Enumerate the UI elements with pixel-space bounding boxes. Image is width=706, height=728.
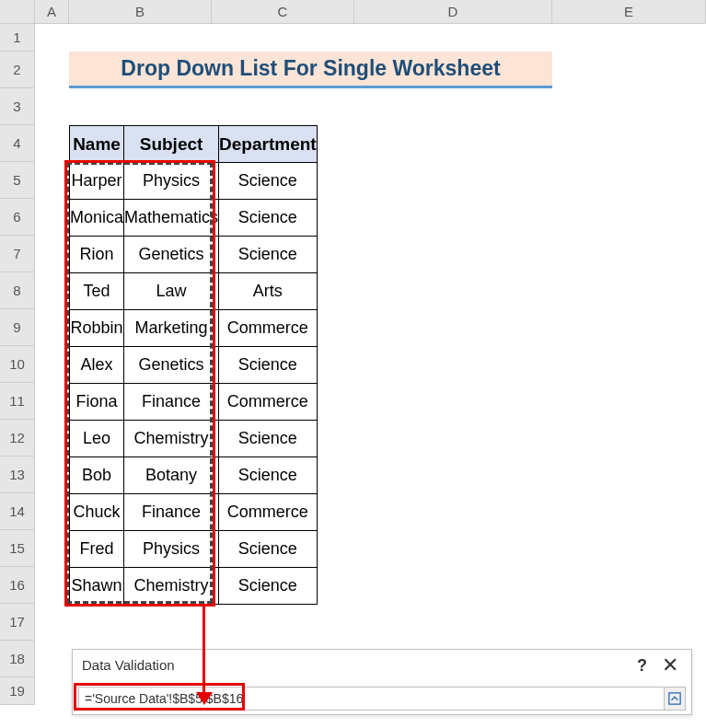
- cell-department[interactable]: Science: [219, 347, 318, 384]
- col-header-D[interactable]: D: [354, 0, 552, 24]
- annotation-arrow-head-icon: [196, 692, 213, 705]
- table-row: HarperPhysicsScience: [70, 163, 318, 200]
- dv-help-button[interactable]: ?: [637, 656, 647, 676]
- table-row: TedLawArts: [70, 273, 318, 310]
- cell-name[interactable]: Fiona: [70, 384, 124, 421]
- dv-source-input[interactable]: ='Source Data'!$B$5:$B$16: [78, 687, 665, 711]
- table-row: ShawnChemistryScience: [70, 568, 318, 605]
- cell-subject[interactable]: Law: [124, 273, 219, 310]
- svg-rect-0: [669, 693, 680, 704]
- row-header-6[interactable]: 6: [0, 199, 35, 236]
- table-row: FredPhysicsScience: [70, 531, 318, 568]
- cell-name[interactable]: Alex: [70, 347, 124, 384]
- table-row: LeoChemistryScience: [70, 421, 318, 457]
- cell-name[interactable]: Harper: [70, 163, 124, 200]
- column-headers: A B C D E: [35, 0, 706, 24]
- data-validation-dialog: Data Validation ? ✕ ='Source Data'!$B$5:…: [72, 649, 692, 715]
- cell-department[interactable]: Commerce: [219, 494, 318, 531]
- row-header-3[interactable]: 3: [0, 88, 35, 125]
- cell-department[interactable]: Science: [219, 531, 318, 568]
- table-row: AlexGeneticsScience: [70, 347, 318, 384]
- cell-name[interactable]: Ted: [70, 273, 124, 310]
- col-header-C[interactable]: C: [212, 0, 354, 24]
- cell-department[interactable]: Commerce: [219, 384, 318, 421]
- row-header-2[interactable]: 2: [0, 52, 35, 88]
- cell-subject[interactable]: Genetics: [124, 237, 219, 273]
- dv-title: Data Validation: [82, 657, 175, 673]
- cell-name[interactable]: Rion: [70, 237, 124, 273]
- row-header-4[interactable]: 4: [0, 125, 35, 162]
- header-name[interactable]: Name: [70, 126, 124, 163]
- row-header-17[interactable]: 17: [0, 604, 35, 641]
- table-row: RobbinMarketingCommerce: [70, 310, 318, 347]
- row-header-18[interactable]: 18: [0, 641, 35, 677]
- cell-subject[interactable]: Physics: [124, 531, 219, 568]
- cell-name[interactable]: Monica: [70, 200, 124, 237]
- cell-subject[interactable]: Physics: [124, 163, 219, 200]
- table-row: ChuckFinanceCommerce: [70, 494, 318, 531]
- row-header-13[interactable]: 13: [0, 456, 35, 493]
- cell-department[interactable]: Science: [219, 163, 318, 200]
- row-header-8[interactable]: 8: [0, 272, 35, 309]
- data-table: Name Subject Department HarperPhysicsSci…: [69, 125, 318, 605]
- table-header-row: Name Subject Department: [70, 126, 318, 163]
- table-row: BobBotanyScience: [70, 457, 318, 494]
- row-header-7[interactable]: 7: [0, 236, 35, 272]
- cell-subject[interactable]: Finance: [124, 384, 219, 421]
- dv-close-button[interactable]: ✕: [662, 653, 678, 677]
- cell-subject[interactable]: Genetics: [124, 347, 219, 384]
- cell-department[interactable]: Commerce: [219, 310, 318, 347]
- cell-name[interactable]: Robbin: [70, 310, 124, 347]
- row-header-12[interactable]: 12: [0, 420, 35, 456]
- cell-subject[interactable]: Finance: [124, 494, 219, 531]
- table-row: RionGeneticsScience: [70, 237, 318, 273]
- col-header-E[interactable]: E: [552, 0, 706, 24]
- cell-name[interactable]: Bob: [70, 457, 124, 494]
- row-header-15[interactable]: 15: [0, 530, 35, 567]
- cell-name[interactable]: Chuck: [70, 494, 124, 531]
- row-header-19[interactable]: 19: [0, 677, 35, 705]
- header-department[interactable]: Department: [219, 126, 318, 163]
- row-header-16[interactable]: 16: [0, 567, 35, 604]
- page-title: Drop Down List For Single Worksheet: [69, 52, 552, 88]
- cell-subject[interactable]: Marketing: [124, 310, 219, 347]
- row-header-9[interactable]: 9: [0, 309, 35, 346]
- cell-name[interactable]: Fred: [70, 531, 124, 568]
- row-header-11[interactable]: 11: [0, 383, 35, 420]
- cell-subject[interactable]: Chemistry: [124, 568, 219, 605]
- row-headers: 1 2 3 4 5 6 7 8 9 10 11 12 13 14 15 16 1…: [0, 0, 35, 705]
- cell-department[interactable]: Science: [219, 568, 318, 605]
- cell-department[interactable]: Arts: [219, 273, 318, 310]
- header-subject[interactable]: Subject: [124, 126, 219, 163]
- row-header-14[interactable]: 14: [0, 493, 35, 530]
- cell-name[interactable]: Leo: [70, 421, 124, 457]
- cell-name[interactable]: Shawn: [70, 568, 124, 605]
- cell-subject[interactable]: Mathematics: [124, 200, 219, 237]
- annotation-arrow-line: [203, 607, 205, 696]
- cell-subject[interactable]: Botany: [124, 457, 219, 494]
- cell-department[interactable]: Science: [219, 237, 318, 273]
- table-row: FionaFinanceCommerce: [70, 384, 318, 421]
- table-row: MonicaMathematicsScience: [70, 200, 318, 237]
- cell-department[interactable]: Science: [219, 200, 318, 237]
- col-header-A[interactable]: A: [35, 0, 69, 24]
- cell-subject[interactable]: Chemistry: [124, 421, 219, 457]
- dv-collapse-button[interactable]: [664, 687, 686, 711]
- row-header-1[interactable]: 1: [0, 24, 35, 52]
- row-header-10[interactable]: 10: [0, 346, 35, 383]
- cell-department[interactable]: Science: [219, 421, 318, 457]
- cell-department[interactable]: Science: [219, 457, 318, 494]
- collapse-dialog-icon: [668, 692, 681, 705]
- row-header-5[interactable]: 5: [0, 162, 35, 199]
- col-header-B[interactable]: B: [69, 0, 212, 24]
- select-all-corner[interactable]: [0, 0, 35, 24]
